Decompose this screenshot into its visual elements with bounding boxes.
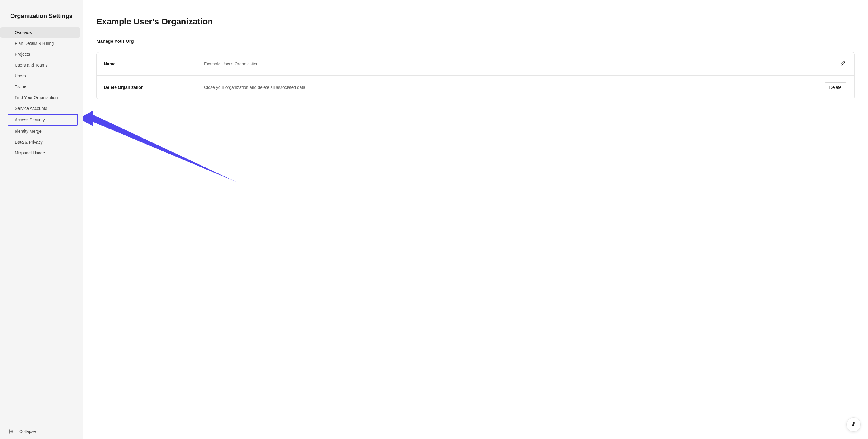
sidebar-item-teams[interactable]: Teams xyxy=(0,81,80,92)
sidebar-item-label: Overview xyxy=(15,30,32,35)
link-icon xyxy=(851,421,856,428)
sidebar-item-plan-details[interactable]: Plan Details & Billing xyxy=(0,38,80,48)
sidebar-title: Organization Settings xyxy=(10,13,73,20)
sidebar-item-label: Projects xyxy=(15,52,30,57)
sidebar-item-users-and-teams[interactable]: Users and Teams xyxy=(0,60,80,70)
sidebar-item-access-security[interactable]: Access Security xyxy=(7,114,78,126)
collapse-label: Collapse xyxy=(19,429,36,434)
sidebar-item-label: Identity Merge xyxy=(15,129,41,134)
sidebar-item-label: Users xyxy=(15,73,26,78)
sidebar-nav: Overview Plan Details & Billing Projects… xyxy=(0,25,83,159)
sidebar-item-label: Find Your Organization xyxy=(15,95,58,100)
sidebar: Organization Settings Overview Plan Deta… xyxy=(0,0,83,439)
row-value: Example User's Organization xyxy=(204,61,839,66)
row-label: Name xyxy=(104,61,204,66)
sidebar-header: Organization Settings xyxy=(0,0,83,25)
row-value: Close your organization and delete all a… xyxy=(204,85,824,90)
sidebar-item-label: Teams xyxy=(15,84,27,89)
delete-button[interactable]: Delete xyxy=(824,82,847,93)
settings-row-delete: Delete Organization Close your organizat… xyxy=(97,75,855,99)
sidebar-item-label: Service Accounts xyxy=(15,106,47,111)
row-label: Delete Organization xyxy=(104,85,204,90)
annotation-arrow xyxy=(83,107,241,188)
collapse-icon xyxy=(8,429,14,434)
sidebar-item-label: Plan Details & Billing xyxy=(15,41,54,46)
sidebar-item-label: Access Security xyxy=(15,117,45,122)
settings-panel: Name Example User's Organization Delete … xyxy=(96,52,855,99)
floating-link-button[interactable] xyxy=(846,417,861,432)
pencil-icon xyxy=(840,60,846,67)
section-title: Manage Your Org xyxy=(96,38,855,44)
sidebar-item-identity-merge[interactable]: Identity Merge xyxy=(0,126,80,136)
sidebar-item-overview[interactable]: Overview xyxy=(0,27,80,38)
page-title: Example User's Organization xyxy=(96,17,855,27)
sidebar-item-label: Mixpanel Usage xyxy=(15,150,45,155)
sidebar-item-service-accounts[interactable]: Service Accounts xyxy=(0,103,80,113)
sidebar-item-mixpanel-usage[interactable]: Mixpanel Usage xyxy=(0,148,80,158)
sidebar-item-projects[interactable]: Projects xyxy=(0,49,80,59)
sidebar-item-label: Users and Teams xyxy=(15,63,48,67)
svg-marker-0 xyxy=(83,110,237,182)
edit-button[interactable] xyxy=(839,59,847,69)
sidebar-item-label: Data & Privacy xyxy=(15,140,43,144)
sidebar-collapse-button[interactable]: Collapse xyxy=(0,424,83,439)
main-content: Example User's Organization Manage Your … xyxy=(83,0,868,439)
sidebar-item-users[interactable]: Users xyxy=(0,71,80,81)
settings-row-name: Name Example User's Organization xyxy=(97,53,855,75)
sidebar-item-find-organization[interactable]: Find Your Organization xyxy=(0,93,80,103)
sidebar-item-data-privacy[interactable]: Data & Privacy xyxy=(0,137,80,147)
